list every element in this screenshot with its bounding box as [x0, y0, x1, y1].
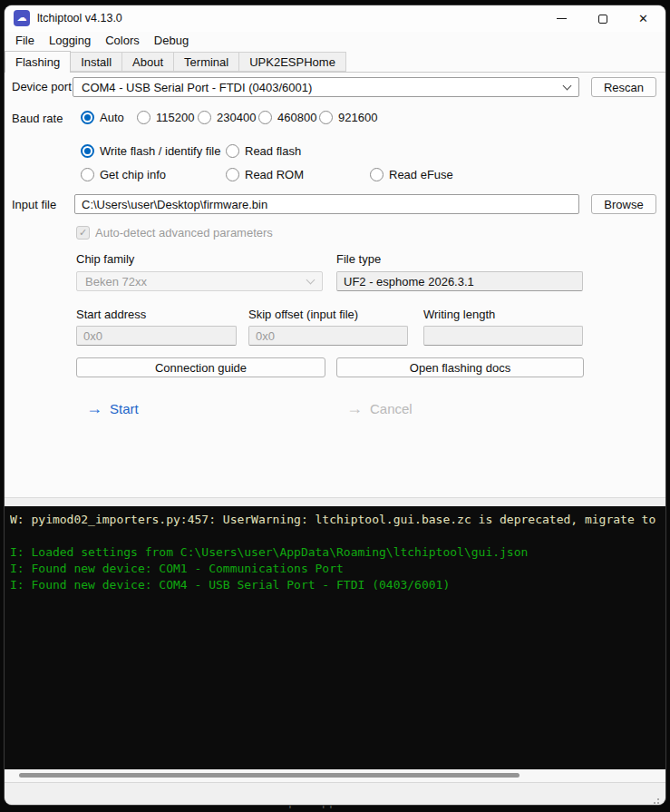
menu-item-file[interactable]: File [8, 32, 42, 51]
baud-auto-radio[interactable]: Auto [81, 110, 124, 124]
op-read-rom-label: Read ROM [245, 168, 304, 181]
horizontal-scrollbar[interactable] [5, 769, 665, 782]
minimize-icon [557, 18, 567, 19]
start-label: Start [110, 401, 139, 416]
radio-icon [81, 168, 94, 181]
radio-icon [137, 111, 151, 124]
menu-item-colors[interactable]: Colors [98, 32, 147, 51]
console-output[interactable]: W: pyimod02_importers.py:457: UserWarnin… [5, 506, 665, 769]
console-line: I: Found new device: COM4 - USB Serial P… [10, 577, 665, 593]
baud-230400-label: 230400 [217, 111, 256, 124]
scrollbar-thumb[interactable] [19, 773, 519, 778]
menu-item-logging[interactable]: Logging [42, 32, 98, 51]
tab-flashing[interactable]: Flashing [5, 51, 71, 73]
auto-detect-checkbox: ✓ Auto-detect advanced parameters [76, 225, 273, 240]
radio-icon [319, 111, 333, 124]
baud-rate-label: Baud rate [12, 112, 63, 125]
baud-115200-radio[interactable]: 115200 [137, 110, 194, 124]
tab-install[interactable]: Install [71, 52, 122, 72]
chevron-down-icon [563, 81, 572, 90]
console-line [10, 528, 665, 544]
radio-icon [198, 111, 211, 124]
baud-921600-label: 921600 [338, 111, 377, 124]
op-write-flash-radio[interactable]: Write flash / identify file [81, 143, 220, 158]
title-bar[interactable]: ☁ ltchiptool v4.13.0 ✕ [5, 5, 665, 32]
radio-icon [370, 168, 384, 181]
splitter-sash[interactable] [5, 497, 665, 506]
maximize-button[interactable] [582, 5, 623, 32]
baud-auto-label: Auto [100, 111, 124, 124]
op-get-chip-info-radio[interactable]: Get chip info [81, 167, 166, 181]
console-line: I: Found new device: COM1 - Communicatio… [10, 561, 665, 577]
radio-icon [226, 144, 239, 158]
device-port-combobox[interactable]: COM4 - USB Serial Port - FTDI (0403/6001… [73, 77, 579, 97]
start-button[interactable]: → Start [86, 400, 139, 416]
file-type-label: File type [336, 252, 381, 266]
skip-offset-field: 0x0 [248, 326, 408, 346]
window-controls: ✕ [541, 5, 664, 32]
arrow-right-icon: → [346, 400, 363, 416]
auto-detect-label: Auto-detect advanced parameters [95, 226, 273, 240]
tab-upk2esphome[interactable]: UPK2ESPHome [239, 52, 346, 72]
rescan-button[interactable]: Rescan [591, 77, 656, 97]
menu-bar: File Logging Colors Debug [8, 32, 196, 51]
writing-length-label: Writing length [423, 308, 495, 321]
baud-230400-radio[interactable]: 230400 [198, 110, 256, 124]
chip-family-combobox: Beken 72xx [76, 271, 323, 291]
cancel-label: Cancel [370, 401, 413, 416]
app-icon: ☁ [14, 10, 30, 26]
op-read-rom-radio[interactable]: Read ROM [226, 167, 304, 181]
op-read-efuse-radio[interactable]: Read eFuse [370, 167, 453, 181]
op-read-flash-label: Read flash [245, 144, 301, 158]
radio-selected-icon [81, 144, 94, 158]
tab-terminal[interactable]: Terminal [174, 52, 239, 72]
tab-bar: Flashing Install About Terminal UPK2ESPH… [5, 51, 665, 73]
chevron-down-icon [306, 275, 316, 284]
open-flashing-docs-button[interactable]: Open flashing docs [336, 357, 584, 377]
writing-length-field [423, 326, 583, 346]
start-address-field: 0x0 [76, 326, 237, 346]
menu-item-debug[interactable]: Debug [147, 32, 196, 51]
radio-selected-icon [81, 111, 94, 124]
file-type-field: UF2 - esphome 2026.3.1 [336, 271, 583, 291]
radio-icon [226, 168, 239, 181]
device-port-label: Device port [12, 80, 72, 93]
device-port-value: COM4 - USB Serial Port - FTDI (0403/6001… [82, 81, 564, 94]
baud-115200-label: 115200 [156, 111, 194, 124]
file-type-value: UF2 - esphome 2026.3.1 [344, 275, 474, 289]
minimize-button[interactable] [541, 5, 582, 32]
console-line: I: Loaded settings from C:\Users\user\Ap… [10, 544, 665, 561]
resize-grip[interactable] [657, 798, 659, 800]
chip-family-value: Beken 72xx [85, 275, 307, 289]
window-title: ltchiptool v4.13.0 [37, 12, 122, 24]
console-line: W: pyimod02_importers.py:457: UserWarnin… [10, 512, 665, 528]
skip-offset-label: Skip offset (input file) [248, 308, 358, 321]
radio-icon [258, 111, 272, 124]
status-bar [5, 782, 665, 805]
op-get-chip-info-label: Get chip info [100, 168, 166, 181]
checkbox-checked-icon: ✓ [76, 226, 90, 240]
close-icon: ✕ [638, 13, 648, 24]
chip-family-label: Chip family [76, 252, 134, 266]
skip-offset-value: 0x0 [256, 329, 275, 343]
op-read-efuse-label: Read eFuse [389, 168, 453, 181]
close-button[interactable]: ✕ [623, 5, 664, 32]
app-window: ☁ ltchiptool v4.13.0 ✕ File Logging Colo… [5, 5, 665, 805]
baud-921600-radio[interactable]: 921600 [319, 110, 377, 124]
browse-button[interactable]: Browse [591, 194, 656, 214]
baud-460800-radio[interactable]: 460800 [258, 110, 316, 124]
input-file-label: Input file [12, 198, 56, 211]
maximize-icon [598, 15, 607, 24]
start-address-label: Start address [76, 308, 146, 321]
baud-460800-label: 460800 [277, 111, 316, 124]
start-address-value: 0x0 [83, 329, 102, 343]
input-file-field[interactable] [74, 194, 579, 214]
cancel-button: → Cancel [346, 400, 413, 416]
tab-about[interactable]: About [122, 52, 174, 72]
connection-guide-button[interactable]: Connection guide [76, 357, 325, 377]
op-write-flash-label: Write flash / identify file [100, 144, 220, 158]
op-read-flash-radio[interactable]: Read flash [226, 143, 301, 158]
arrow-right-icon: → [86, 400, 102, 416]
